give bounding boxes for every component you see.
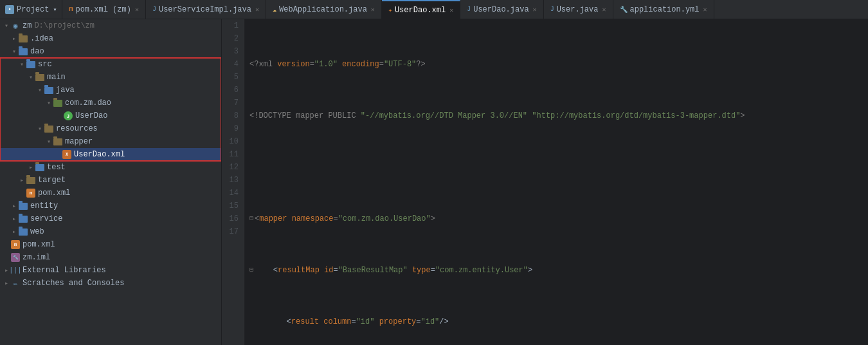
tab-label-user-service-impl: UserServiceImpl.java xyxy=(159,5,251,14)
tab-user-dao-xml[interactable]: ✦ UserDao.xml ✕ xyxy=(382,0,460,19)
project-icon: ▪ xyxy=(5,5,14,14)
tab-user-java[interactable]: J User.java ✕ xyxy=(544,0,613,19)
tree-item-web[interactable]: ▸ web xyxy=(0,225,221,238)
chevron-down-icon-com-zm-dao: ▾ xyxy=(45,99,53,107)
tab-icon-user-dao-java: J xyxy=(467,6,471,13)
tab-pom-zm[interactable]: m pom.xml (zm) ✕ xyxy=(62,0,145,19)
tree-item-dao[interactable]: ▾ dao xyxy=(0,45,221,58)
tree-item-zm-iml[interactable]: 🔧 zm.iml xyxy=(0,251,221,264)
line-num-12: 12 xyxy=(227,161,239,174)
chevron-right-icon-test: ▸ xyxy=(27,163,35,171)
tree-item-pom-dao[interactable]: m pom.xml xyxy=(0,187,221,200)
tab-icon-application-yml: 🔧 xyxy=(620,6,628,14)
tab-close-user-dao-xml[interactable]: ✕ xyxy=(449,6,453,14)
tree-label-userdao: UserDao xyxy=(75,111,107,120)
tab-close-pom-zm[interactable]: ✕ xyxy=(135,6,139,14)
tab-close-user-java[interactable]: ✕ xyxy=(602,6,606,14)
tab-label-application-yml: application.yml xyxy=(630,5,700,14)
folder-mapper-icon xyxy=(53,137,63,146)
folder-service-icon xyxy=(18,214,28,223)
code-lines[interactable]: <?xml version="1.0" encoding="UTF-8"?> <… xyxy=(244,19,868,345)
tree-item-test[interactable]: ▸ test xyxy=(0,161,221,174)
tree-item-src[interactable]: ▾ src xyxy=(0,58,221,71)
line-num-10: 10 xyxy=(227,135,239,148)
folder-java-icon xyxy=(44,86,54,95)
tree-item-entity[interactable]: ▸ entity xyxy=(0,200,221,212)
highlighted-tree-group: ▾ src ▾ main ▾ java ▾ com.zm.dao xyxy=(0,58,221,161)
tree-label-java: java xyxy=(56,86,75,95)
chevron-right-icon-scratches: ▸ xyxy=(3,279,10,287)
line-num-16: 16 xyxy=(227,212,239,225)
tab-close-user-service-impl[interactable]: ✕ xyxy=(255,6,259,14)
tree-item-idea[interactable]: ▸ .idea xyxy=(0,32,221,45)
tree-path-zm: D:\project\zm xyxy=(34,21,95,30)
tree-item-mapper[interactable]: ▾ mapper xyxy=(0,135,221,148)
line-num-2: 2 xyxy=(227,32,239,45)
line-num-17: 17 xyxy=(227,225,239,238)
fold-arrow-4[interactable]: ⊟ xyxy=(249,212,253,225)
editor-tabs: m pom.xml (zm) ✕ J UserServiceImpl.java … xyxy=(62,0,868,19)
chevron-down-icon-dao: ▾ xyxy=(10,48,18,55)
tree-item-resources[interactable]: ▾ resources xyxy=(0,122,221,135)
tree-label-entity: entity xyxy=(30,201,58,210)
chevron-down-icon-java: ▾ xyxy=(36,86,44,94)
tab-label-user-dao-xml: UserDao.xml xyxy=(395,6,446,15)
tree-label-zm-iml: zm.iml xyxy=(23,253,50,262)
folder-dao-icon xyxy=(18,47,28,56)
tab-label-web-application: WebApplication.java xyxy=(279,5,367,14)
header: ▪ Project ▾ m pom.xml (zm) ✕ J UserServi… xyxy=(0,0,868,19)
tree-item-java[interactable]: ▾ java xyxy=(0,84,221,97)
project-label-text: Project xyxy=(17,5,49,14)
tab-application-yml[interactable]: 🔧 application.yml ✕ xyxy=(613,0,714,19)
tree-item-main[interactable]: ▾ main xyxy=(0,71,221,84)
line-num-11: 11 xyxy=(227,148,239,161)
chevron-right-icon-entity: ▸ xyxy=(10,202,18,210)
fold-arrow-5[interactable]: ⊟ xyxy=(249,264,253,277)
line-num-9: 9 xyxy=(227,122,239,135)
project-dropdown-arrow[interactable]: ▾ xyxy=(53,6,57,14)
chevron-down-icon: ▾ xyxy=(3,22,10,30)
tab-web-application[interactable]: ☁ WebApplication.java ✕ xyxy=(266,0,382,19)
folder-target-icon xyxy=(26,176,36,185)
tab-label-user-dao-java: UserDao.java xyxy=(473,5,529,14)
tree-label-zm: zm xyxy=(23,21,32,30)
tree-label-scratches: Scratches and Consoles xyxy=(23,279,124,288)
tree-label-external-libs: External Libraries xyxy=(23,266,106,275)
tab-close-application-yml[interactable]: ✕ xyxy=(703,6,707,14)
line-num-3: 3 xyxy=(227,45,239,58)
tab-icon-user-service-impl: J xyxy=(152,6,156,13)
tree-item-scratches[interactable]: ▸ ✏ Scratches and Consoles xyxy=(0,277,221,290)
tree-label-mapper: mapper xyxy=(65,137,93,146)
line-num-14: 14 xyxy=(227,187,239,200)
tab-label-user-java: User.java xyxy=(557,5,599,14)
tree-item-zm[interactable]: ▾ ◉ zm D:\project\zm xyxy=(0,19,221,32)
tree-label-target: target xyxy=(38,176,66,185)
tree-item-service[interactable]: ▸ service xyxy=(0,212,221,225)
tree-label-idea: .idea xyxy=(30,34,53,43)
tab-user-dao-java[interactable]: J UserDao.java ✕ xyxy=(460,0,543,19)
external-libraries-icon: ||| xyxy=(10,266,21,275)
project-panel-label[interactable]: ▪ Project ▾ xyxy=(0,0,62,19)
tree-item-com-zm-dao[interactable]: ▾ com.zm.dao xyxy=(0,97,221,109)
tree-item-userdao-java[interactable]: J UserDao xyxy=(0,109,221,122)
tree-item-external-libs[interactable]: ▸ ||| External Libraries xyxy=(0,264,221,277)
chevron-right-icon-service: ▸ xyxy=(10,215,18,223)
tree-label-test: test xyxy=(47,163,66,172)
tree-item-userdao-xml[interactable]: X UserDao.xml xyxy=(0,148,221,161)
tree-label-pom-root: pom.xml xyxy=(23,240,55,249)
line-numbers: 1 2 3 4 5 6 7 8 9 10 11 12 13 14 15 16 1… xyxy=(222,19,244,345)
chevron-right-icon: ▸ xyxy=(10,35,18,42)
tab-close-web-application[interactable]: ✕ xyxy=(371,6,375,14)
zm-iml-icon: 🔧 xyxy=(10,253,21,262)
tab-icon-user-java: J xyxy=(550,6,554,13)
userdao-xml-icon: X xyxy=(62,150,72,159)
tab-close-user-dao-java[interactable]: ✕ xyxy=(533,6,537,14)
tree-label-src: src xyxy=(38,60,52,69)
tab-user-service-impl[interactable]: J UserServiceImpl.java ✕ xyxy=(146,0,266,19)
chevron-right-icon-target: ▸ xyxy=(18,176,26,184)
tree-item-target[interactable]: ▸ target xyxy=(0,174,221,187)
chevron-down-icon-main: ▾ xyxy=(27,73,35,81)
package-icon xyxy=(53,98,63,107)
tree-item-pom-root[interactable]: m pom.xml xyxy=(0,238,221,251)
tree-label-pom-dao: pom.xml xyxy=(38,189,70,198)
